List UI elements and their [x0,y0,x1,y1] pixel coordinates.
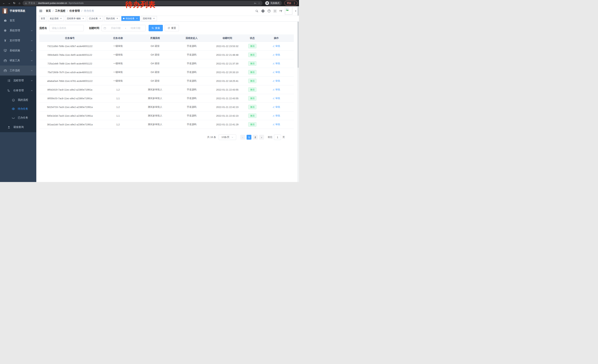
tag-tab[interactable]: 流程详情 × [141,16,157,21]
reload-button[interactable]: ↻ [12,1,16,5]
todo-task-page: 流程名 创建时间 开始日期 - 结束日期 [36,22,299,182]
approve-link[interactable]: 审批 [273,44,280,48]
sidebar-item-done-tasks[interactable]: 已办任务 [0,113,36,122]
avatar-dropdown-caret-icon[interactable]: ▾ [295,10,296,12]
close-icon[interactable]: × [153,17,155,20]
tag-tab[interactable]: 我的流程 × [104,16,120,21]
github-icon[interactable] [261,9,265,13]
tag-tab[interactable]: 已办任务 × [87,16,103,21]
monitor-icon [4,49,7,52]
user-icon [7,126,11,129]
bookmark-star-icon[interactable]: ☆ [258,2,260,5]
next-page-button[interactable]: › [259,135,264,140]
breadcrumb-workflow[interactable]: 工作流程 [55,9,65,13]
tag-tab[interactable]: 发起流程 × [48,16,64,21]
toolbox-icon [4,59,7,62]
back-button[interactable]: ← [2,1,6,5]
home-button[interactable]: ⌂ [17,1,22,5]
sidebar-item-workflow[interactable]: 工作流程 [0,65,36,75]
browser-menu-icon[interactable]: ⋮ [293,2,296,5]
close-icon[interactable]: × [82,17,84,20]
breadcrumb-home[interactable]: 首页 [46,9,51,13]
list-tree-icon [7,79,11,82]
sidebar-item-home[interactable]: 首页 [0,16,36,25]
total-count: 共 16 条 [207,136,216,139]
approve-link[interactable]: 审批 [273,88,280,91]
approve-link[interactable]: 审批 [273,62,280,65]
annotation-text: 待办列表 [125,0,156,8]
eye-icon [12,107,15,110]
search-icon[interactable] [255,9,258,13]
approve-link[interactable]: 审批 [273,105,280,109]
tag-tab[interactable]: 流程表单-编辑 × [65,16,86,21]
key-icon[interactable] [254,2,257,5]
app-logo-row[interactable]: 芋道管理系统 [0,6,36,16]
avatar[interactable] [285,7,292,15]
sidebar-item-todo-tasks[interactable]: 待办任务 [0,105,36,113]
col-process: 所属流程 [136,36,174,40]
date-range-picker[interactable]: 开始日期 - 结束日期 [101,25,146,31]
goto-page-input[interactable]: 1 [274,134,281,140]
sidebar-item-system-management[interactable]: 系统管理 [0,25,36,36]
briefcase-icon [4,69,7,72]
page-scrollbar[interactable] [297,6,299,182]
task-id-cell: 8f0d1619-7ac8-11ec-a9e2-a2380e71991a [39,88,100,91]
fullscreen-icon[interactable] [274,9,277,13]
initiator-cell: 芋道源码 [174,79,209,83]
font-size-icon[interactable]: TT [279,9,282,13]
process-name-field[interactable] [52,27,81,29]
sidebar-item-dev-tools[interactable]: 研发工具 [0,56,36,65]
sidebar-item-payment-management[interactable]: ¥ 支付管理 [0,36,36,46]
process-name-input[interactable] [49,25,84,31]
search-button[interactable]: 搜索 [149,25,163,31]
initiator-cell: 芋道源码 [174,97,209,100]
update-button[interactable]: 更新 ⋮ [284,1,298,6]
sidebar-item-process-management[interactable]: 流程管理 [0,75,36,86]
task-id-cell: a6aba0a4-7b6d-11ec-b781-acde48001122 [39,80,100,82]
sidebar-item-my-process[interactable]: 我的流程 [0,96,36,105]
approve-link[interactable]: 审批 [273,97,280,100]
status-badge: 激活 [248,96,256,101]
table-row: 73211d9d-7b9b-11ec-b5b7-acde48001122 一级审… [39,42,294,50]
close-icon[interactable]: × [60,17,62,20]
page-button-1[interactable]: 1 [247,135,251,140]
breadcrumb-task-management[interactable]: 任务管理 [69,9,80,13]
approve-link[interactable]: 审批 [273,123,280,126]
create-time-cell: 2022-01-22 18:25:41 [209,80,246,82]
initiator-cell: 芋道源码 [174,114,209,117]
reset-button[interactable]: 重置 [165,25,179,31]
sidebar-item-leave-query[interactable]: 请假查询 [0,122,36,132]
approve-link[interactable]: 审批 [273,53,280,57]
page-button-2[interactable]: 2 [253,135,258,140]
initiator-cell: 芋道源码 [174,44,209,48]
task-name-cell: 1.1 [100,114,136,117]
status-badge: 激活 [248,61,256,66]
sidebar-item-task-management[interactable]: 任务管理 [0,86,36,96]
tag-tab[interactable]: 待办任务 × [121,16,140,21]
tag-tab[interactable]: 首页 [39,16,47,21]
active-dot-icon [123,18,125,19]
page-size-select[interactable]: 10条/页 [219,134,236,140]
close-icon[interactable]: × [116,17,119,20]
approve-link[interactable]: 审批 [273,79,280,83]
create-time-cell: 2022-01-21 22:43:55 [209,97,246,100]
task-name-cell: 一级审批 [100,62,136,65]
create-time-cell: 2022-01-21 22:43:55 [209,88,246,91]
approve-link[interactable]: 审批 [273,71,280,74]
url-host: dashboard.yudao.iocoder.cn [38,2,67,4]
forward-button[interactable]: → [7,1,11,5]
sidebar-collapse-icon[interactable] [39,9,42,12]
sidebar-item-infrastructure[interactable]: 基础设施 [0,46,36,56]
help-icon[interactable] [267,9,271,13]
face-icon [12,98,15,101]
table-row: 8f059c03-7ac8-11ec-a9e2-a2380e71991a 1.1… [39,94,294,103]
approve-link[interactable]: 审批 [273,114,280,117]
close-icon[interactable]: × [136,17,138,20]
close-icon[interactable]: × [99,17,101,20]
task-id-cell: 73211d9d-7b9b-11ec-b5b7-acde48001122 [39,45,100,48]
app-title: 芋道管理系统 [10,9,25,13]
prev-page-button[interactable]: ‹ [240,135,245,140]
status-badge: 激活 [248,105,256,109]
url-divider [37,2,37,4]
top-navbar: 首页 / 工作流程 / 任务管理 / 待办任务 [36,6,299,16]
